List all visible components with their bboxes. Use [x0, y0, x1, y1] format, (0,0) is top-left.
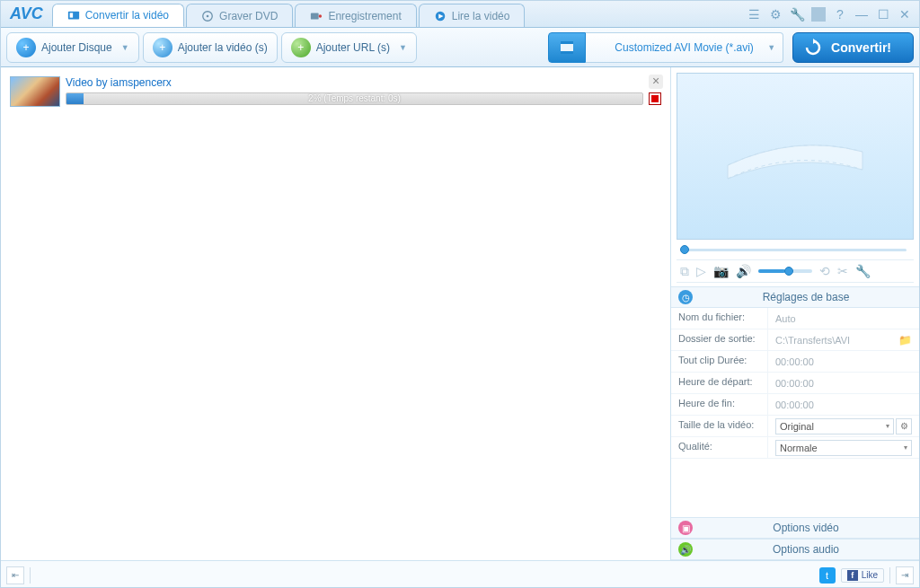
- progress-bar: 2% (Temps restant: 0s): [66, 92, 643, 105]
- quality-select[interactable]: Normale▾: [775, 440, 912, 456]
- audio-options-title: Options audio: [700, 543, 912, 556]
- play-control-icon[interactable]: ▷: [696, 264, 706, 278]
- preview-timeline[interactable]: [677, 243, 914, 256]
- svg-point-5: [319, 14, 323, 18]
- like-label: Like: [862, 570, 878, 580]
- snapshot-icon[interactable]: 📷: [713, 264, 729, 278]
- profile-label: Customized AVI Movie (*.avi): [615, 41, 754, 54]
- add-disc-label: Ajouter Disque: [41, 41, 112, 54]
- size-config-button[interactable]: ⚙: [896, 418, 912, 434]
- app-logo: AVC: [1, 4, 52, 27]
- minimize-icon[interactable]: —: [854, 7, 869, 22]
- outdir-label: Dossier de sortie:: [671, 329, 768, 350]
- setting-filename: Nom du fichier: Auto: [671, 308, 919, 329]
- video-options-header[interactable]: ▣ Options vidéo: [671, 517, 919, 539]
- crop-icon[interactable]: ✂: [837, 264, 848, 278]
- remove-item-button[interactable]: ×: [649, 75, 663, 89]
- separator: [889, 567, 890, 584]
- video-list: Video by iamspencerx 2% (Temps restant: …: [1, 67, 671, 560]
- separator: [811, 7, 826, 22]
- add-disc-button[interactable]: + Ajouter Disque ▼: [6, 32, 139, 63]
- separator: [30, 567, 31, 584]
- disc-plus-icon: +: [16, 38, 36, 57]
- chevron-down-icon: ▼: [121, 43, 129, 52]
- settings-icon[interactable]: 🔧: [855, 264, 871, 278]
- prev-frame-icon[interactable]: ⧉: [680, 264, 689, 279]
- svg-rect-1: [69, 13, 73, 17]
- svg-rect-9: [561, 41, 573, 44]
- record-icon: [310, 10, 323, 22]
- output-profile-selector[interactable]: Customized AVI Movie (*.avi) ▼: [548, 32, 783, 63]
- gear-icon[interactable]: ⚙: [768, 7, 783, 22]
- add-video-label: Ajouter la vidéo (s): [178, 41, 268, 54]
- end-value[interactable]: 00:00:00: [768, 394, 919, 415]
- audio-options-header[interactable]: 🔊 Options audio: [671, 539, 919, 560]
- wrench-icon[interactable]: 🔧: [790, 7, 804, 22]
- film-icon: [548, 32, 586, 63]
- folder-icon[interactable]: 📁: [898, 334, 912, 347]
- maximize-icon[interactable]: ☐: [876, 7, 890, 22]
- tab-record-label: Enregistrement: [328, 10, 401, 22]
- add-video-button[interactable]: + Ajouter la vidéo (s): [143, 32, 278, 63]
- video-item[interactable]: Video by iamspencerx 2% (Temps restant: …: [6, 73, 665, 110]
- base-settings-header[interactable]: ◷ Réglages de base: [671, 286, 919, 308]
- setting-end: Heure de fin: 00:00:00: [671, 394, 919, 416]
- close-icon[interactable]: ✕: [898, 7, 912, 22]
- rotate-icon[interactable]: ⟲: [819, 264, 830, 278]
- window-controls: ☰ ⚙ 🔧 ? — ☐ ✕: [747, 7, 919, 27]
- tab-burn[interactable]: Graver DVD: [186, 4, 293, 27]
- tab-record[interactable]: Enregistrement: [295, 4, 416, 27]
- side-panel: ⧉ ▷ 📷 🔊 ⟲ ✂ 🔧 ◷ Réglages de base Nom du …: [671, 67, 919, 560]
- status-bar: ⇤ t f Like ⇥: [1, 560, 919, 588]
- video-options-title: Options vidéo: [700, 522, 912, 534]
- title-bar: AVC Convertir la vidéo Graver DVD Enregi…: [1, 1, 919, 28]
- video-thumbnail: [10, 76, 60, 107]
- add-url-button[interactable]: + Ajouter URL (s) ▼: [281, 32, 417, 63]
- player-controls: ⧉ ▷ 📷 🔊 ⟲ ✂ 🔧: [677, 259, 914, 283]
- base-settings-title: Réglages de base: [700, 291, 912, 303]
- profile-text: Customized AVI Movie (*.avi) ▼: [586, 32, 783, 63]
- volume-slider[interactable]: [758, 269, 812, 273]
- help-icon[interactable]: ?: [833, 7, 847, 22]
- outdir-path: C:\Transferts\AVI: [775, 335, 850, 346]
- chevron-down-icon: ▼: [767, 43, 775, 52]
- twitter-button[interactable]: t: [819, 567, 836, 584]
- start-value[interactable]: 00:00:00: [768, 373, 919, 393]
- end-label: Heure de fin:: [671, 394, 768, 415]
- collapse-left-button[interactable]: ⇤: [6, 566, 24, 584]
- refresh-icon: [804, 39, 822, 57]
- size-label: Taille de la vidéo:: [671, 416, 768, 436]
- stop-button[interactable]: [649, 92, 661, 105]
- size-select[interactable]: Original▾: [775, 418, 894, 434]
- timeline-thumb[interactable]: [680, 245, 689, 254]
- expand-right-button[interactable]: ⇥: [896, 566, 914, 584]
- tab-convert[interactable]: Convertir la vidéo: [52, 4, 184, 27]
- facebook-like-button[interactable]: f Like: [841, 568, 884, 583]
- filename-value[interactable]: Auto: [768, 308, 919, 329]
- outdir-value[interactable]: C:\Transferts\AVI 📁: [768, 329, 919, 350]
- video-options-icon: ▣: [678, 521, 693, 535]
- setting-size: Taille de la vidéo: Original▾ ⚙: [671, 416, 919, 437]
- globe-plus-icon: +: [291, 38, 311, 57]
- facebook-icon: f: [847, 570, 858, 581]
- setting-duration: Tout clip Durée: 00:00:00: [671, 351, 919, 373]
- video-info: Video by iamspencerx 2% (Temps restant: …: [66, 76, 661, 107]
- svg-rect-10: [561, 51, 573, 54]
- filmstrip-icon: [723, 129, 867, 183]
- setting-start: Heure de départ: 00:00:00: [671, 373, 919, 394]
- volume-thumb[interactable]: [784, 267, 793, 276]
- tab-play[interactable]: Lire la vidéo: [419, 4, 526, 27]
- chevron-down-icon: ▾: [886, 422, 889, 430]
- audio-options-icon: 🔊: [678, 542, 693, 557]
- setting-outdir: Dossier de sortie: C:\Transferts\AVI 📁: [671, 329, 919, 351]
- video-plus-icon: +: [153, 38, 172, 57]
- volume-icon[interactable]: 🔊: [736, 264, 751, 278]
- disc-icon: [201, 10, 214, 22]
- progress-row: 2% (Temps restant: 0s): [66, 92, 661, 105]
- quality-value-cell: Normale▾: [768, 437, 919, 458]
- start-label: Heure de départ:: [671, 373, 768, 393]
- setting-quality: Qualité: Normale▾: [671, 437, 919, 459]
- convert-button[interactable]: Convertir!: [792, 32, 914, 63]
- list-icon[interactable]: ☰: [747, 7, 761, 22]
- svg-point-3: [207, 14, 209, 17]
